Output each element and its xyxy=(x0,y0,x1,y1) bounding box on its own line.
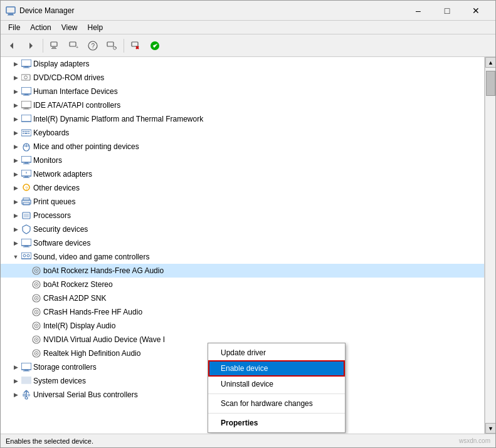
audio-device-icon-6 xyxy=(31,334,42,345)
svg-rect-37 xyxy=(24,133,28,134)
tree-item-sound[interactable]: ▼ Sound, video and game controllers xyxy=(1,250,484,264)
context-properties[interactable]: Properties xyxy=(208,415,345,430)
svg-marker-4 xyxy=(29,43,33,49)
maximize-button[interactable]: □ xyxy=(433,1,462,21)
network-label: Network adapters xyxy=(33,170,92,179)
context-uninstall-device[interactable]: Uninstall device xyxy=(208,377,345,392)
svg-text:⟳: ⟳ xyxy=(113,45,117,51)
scrollbar[interactable]: ▲ ▼ xyxy=(485,57,495,434)
scroll-down-button[interactable]: ▼ xyxy=(485,423,495,434)
tree-panel[interactable]: ▶ Display adapters ▶ DVD/CD-ROM drives ▶ xyxy=(1,57,485,434)
expand-arrow[interactable]: ▶ xyxy=(11,155,21,165)
svg-rect-30 xyxy=(21,115,31,122)
svg-rect-82 xyxy=(21,363,31,370)
tree-item-processors[interactable]: ▶ Processors xyxy=(1,209,484,222)
mice-label: Mice and other pointing devices xyxy=(33,142,139,151)
tree-item-boat-handsfree[interactable]: boAt Rockerz Hands-Free AG Audio xyxy=(1,264,484,278)
expand-arrow[interactable]: ▶ xyxy=(11,376,21,386)
status-text: Enables the selected device. xyxy=(6,437,93,445)
dvd-label: DVD/CD-ROM drives xyxy=(33,73,104,82)
print-label: Print queues xyxy=(33,197,75,206)
uninstall-button[interactable] xyxy=(127,37,145,55)
svg-text:?: ? xyxy=(92,43,95,49)
context-menu-separator xyxy=(208,393,345,394)
menu-action[interactable]: Action xyxy=(25,22,56,33)
enable-button[interactable] xyxy=(146,37,164,55)
crash-hf-label: CRasH Hands-Free HF Audio xyxy=(43,308,142,316)
hid-icon xyxy=(21,86,32,97)
watermark: wsxdn.com xyxy=(459,437,490,444)
tree-item-software[interactable]: ▶ Software devices xyxy=(1,236,484,250)
tree-item-display-adapters[interactable]: ▶ Display adapters xyxy=(1,57,484,71)
context-update-driver[interactable]: Update driver xyxy=(208,345,345,360)
context-scan-hardware[interactable]: Scan for hardware changes xyxy=(208,396,345,411)
context-enable-device[interactable]: Enable device xyxy=(208,360,345,377)
expand-arrow[interactable]: ▶ xyxy=(11,128,21,138)
update-button[interactable]: + xyxy=(65,37,83,55)
keyboard-icon xyxy=(21,127,32,138)
back-button[interactable] xyxy=(3,37,21,55)
close-button[interactable]: ✕ xyxy=(462,1,490,21)
menu-view[interactable]: View xyxy=(56,22,83,33)
menu-bar: File Action View Help xyxy=(1,21,495,34)
expand-arrow[interactable]: ▶ xyxy=(11,211,21,221)
expand-arrow[interactable]: ▶ xyxy=(11,86,21,96)
expand-arrow[interactable]: ▶ xyxy=(11,238,21,248)
dvd-icon xyxy=(21,72,32,83)
tree-item-hid[interactable]: ▶ Human Interface Devices xyxy=(1,85,484,98)
forward-button[interactable] xyxy=(22,37,40,55)
svg-point-90 xyxy=(28,394,30,396)
tree-item-ide[interactable]: ▶ IDE ATA/ATAPI controllers xyxy=(1,98,484,112)
expand-arrow[interactable]: ▶ xyxy=(11,73,21,83)
expand-arrow[interactable]: ▶ xyxy=(11,59,21,69)
expand-arrow[interactable]: ▼ xyxy=(11,252,21,262)
tree-item-keyboards[interactable]: ▶ Keyboards xyxy=(1,126,484,140)
svg-point-72 xyxy=(36,311,37,313)
expand-arrow xyxy=(21,348,31,358)
tree-item-crash-a2dp[interactable]: CRasH A2DP SNK xyxy=(1,291,484,305)
svg-rect-42 xyxy=(21,156,31,162)
tree-item-other[interactable]: ▶ ? Other devices xyxy=(1,181,484,195)
expand-arrow[interactable]: ▶ xyxy=(11,183,21,193)
expand-arrow[interactable]: ▶ xyxy=(11,114,21,124)
expand-arrow[interactable]: ▶ xyxy=(11,224,21,234)
expand-arrow[interactable]: ▶ xyxy=(11,100,21,110)
tree-item-print[interactable]: ▶ Print queues xyxy=(1,195,484,209)
expand-arrow[interactable]: ▶ xyxy=(11,169,21,179)
expand-arrow[interactable]: ▶ xyxy=(11,390,21,400)
help-button[interactable]: ? xyxy=(84,37,102,55)
intel-label: Intel(R) Dynamic Platform and Thermal Fr… xyxy=(33,115,203,123)
svg-rect-20 xyxy=(24,66,28,68)
tree-item-crash-hf[interactable]: CRasH Hands-Free HF Audio xyxy=(1,305,484,319)
expand-arrow[interactable]: ▶ xyxy=(11,362,21,372)
tree-item-intel[interactable]: ▶ Intel(R) Dynamic Platform and Thermal … xyxy=(1,112,484,126)
tree-item-mice[interactable]: ▶ Mice and other pointing devices xyxy=(1,140,484,154)
tree-item-monitors[interactable]: ▶ Monitors xyxy=(1,154,484,167)
tree-item-dvd[interactable]: ▶ DVD/CD-ROM drives xyxy=(1,71,484,85)
scan-button[interactable]: ⟳ xyxy=(103,37,120,55)
tree-item-boat-stereo[interactable]: boAt Rockerz Stereo xyxy=(1,278,484,291)
minimize-button[interactable]: – xyxy=(404,1,433,21)
svg-point-59 xyxy=(23,254,26,257)
tree-item-intel-audio[interactable]: Intel(R) Display Audio xyxy=(1,319,484,333)
toolbar: + ? ⟳ xyxy=(1,34,495,57)
tree-item-security[interactable]: ▶ Security devices xyxy=(1,222,484,236)
scroll-up-button[interactable]: ▲ xyxy=(485,57,495,68)
title-left: Device Manager xyxy=(6,6,74,16)
menu-help[interactable]: Help xyxy=(83,22,108,33)
expand-arrow[interactable]: ▶ xyxy=(11,197,21,207)
menu-file[interactable]: File xyxy=(3,22,25,33)
scroll-thumb[interactable] xyxy=(486,71,495,96)
audio-device-icon-4 xyxy=(31,306,42,318)
audio-device-icon-2 xyxy=(31,279,42,290)
expand-arrow[interactable]: ▶ xyxy=(11,142,21,152)
scroll-track[interactable] xyxy=(485,68,495,423)
tree-item-network[interactable]: ▶ Network adapters xyxy=(1,167,484,181)
svg-marker-3 xyxy=(10,43,13,49)
svg-rect-27 xyxy=(21,101,31,108)
security-icon xyxy=(21,224,32,235)
context-menu: Update driver Enable device Uninstall de… xyxy=(208,343,346,433)
sound-label: Sound, video and game controllers xyxy=(33,253,149,261)
svg-rect-35 xyxy=(28,131,29,132)
properties-button[interactable] xyxy=(46,37,64,55)
